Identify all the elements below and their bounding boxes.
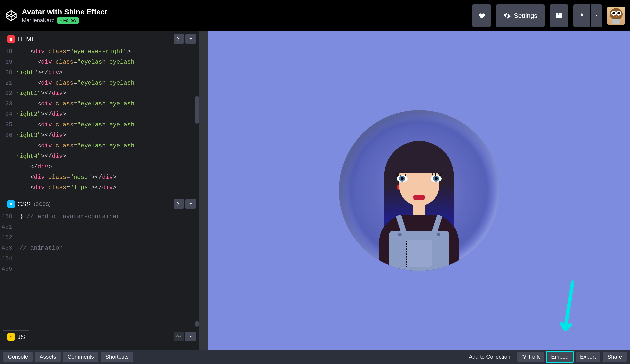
js-badge-icon: ( ) — [8, 333, 15, 340]
fork-icon — [522, 354, 527, 359]
pupil-left — [401, 177, 404, 180]
html-editor-pane: HTML 18 19 20 21 22 23 24 25 26 <div cla… — [0, 32, 200, 196]
follow-button[interactable]: + Follow — [57, 18, 79, 24]
pen-title[interactable]: Avatar with Shine Effect — [22, 8, 107, 16]
svg-rect-1 — [558, 13, 562, 15]
footer-fork-button[interactable]: Fork — [517, 352, 544, 362]
footer-console-button[interactable]: Console — [4, 352, 33, 362]
settings-button[interactable]: Settings — [496, 4, 545, 27]
css-code-content[interactable]: } // end of avatar-container // animatio… — [16, 212, 200, 329]
footer-assets-button[interactable]: Assets — [35, 352, 60, 362]
svg-point-9 — [178, 38, 180, 40]
earring-left — [397, 185, 399, 190]
css-code-area[interactable]: 450 451 452 453 454 455 } // end of avat… — [0, 212, 200, 329]
iris-left — [399, 176, 405, 182]
svg-point-7 — [617, 12, 620, 14]
footer-embed-button[interactable]: Embed — [547, 352, 573, 362]
header-left: Avatar with Shine Effect MarilenaKarp + … — [5, 8, 107, 24]
html-badge-icon — [8, 36, 15, 43]
editors-column: HTML 18 19 20 21 22 23 24 25 26 <div cla… — [0, 32, 200, 350]
footer-bar: ConsoleAssetsCommentsShortcuts Add to Co… — [0, 350, 630, 364]
chevron-down-icon — [594, 14, 599, 18]
html-pane-header: HTML — [0, 32, 200, 46]
eye-right — [430, 175, 442, 182]
chevron-down-icon — [188, 202, 193, 206]
html-gutter: 18 19 20 21 22 23 24 25 26 — [0, 46, 16, 196]
follow-label: Follow — [63, 18, 76, 23]
svg-rect-8 — [612, 19, 620, 24]
html-settings-button[interactable] — [174, 34, 184, 44]
js-settings-button[interactable] — [174, 332, 184, 341]
arrow-annotation-icon — [558, 280, 580, 340]
app-header: Avatar with Shine Effect MarilenaKarp + … — [0, 0, 630, 32]
settings-label: Settings — [514, 12, 537, 20]
footer-export-button[interactable]: Export — [576, 352, 600, 362]
lashes-right — [430, 173, 442, 176]
overall-button-left — [398, 233, 402, 236]
html-scrollbar[interactable] — [195, 96, 199, 124]
js-pane-controls — [174, 332, 196, 341]
js-pane-header: ( ) JS — [0, 329, 200, 344]
css-editor-pane: CSS (SCSS) 450 451 452 453 454 455 } // … — [0, 196, 200, 329]
html-collapse-button[interactable] — [186, 34, 196, 44]
svg-point-15 — [525, 355, 526, 356]
title-block: Avatar with Shine Effect MarilenaKarp + … — [22, 8, 107, 24]
footer-right: Add to CollectionForkEmbedExportShare — [464, 352, 626, 362]
plus-icon: + — [60, 18, 62, 23]
js-tab[interactable]: ( ) JS — [3, 330, 30, 343]
author-name[interactable]: MarilenaKarp — [22, 17, 54, 24]
layout-button[interactable] — [550, 4, 568, 27]
author-row: MarilenaKarp + Follow — [22, 17, 107, 24]
eye-left — [397, 175, 408, 182]
js-collapse-button[interactable] — [186, 332, 196, 341]
css-tab[interactable]: CSS (SCSS) — [3, 198, 55, 210]
vertical-divider[interactable] — [200, 32, 208, 350]
pocket — [406, 240, 432, 267]
css-settings-button[interactable] — [174, 199, 184, 209]
css-pane-controls — [174, 199, 196, 209]
svg-rect-0 — [556, 13, 558, 15]
footer-left: ConsoleAssetsCommentsShortcuts — [4, 352, 133, 362]
css-collapse-button[interactable] — [186, 199, 196, 209]
iris-right — [433, 176, 439, 182]
html-tab-label: HTML — [18, 36, 35, 43]
pin-dropdown-button[interactable] — [591, 4, 602, 27]
footer-add-to-collection-button[interactable]: Add to Collection — [464, 352, 515, 362]
svg-text:( ): ( ) — [10, 336, 12, 338]
love-button[interactable] — [472, 4, 491, 27]
footer-share-button[interactable]: Share — [603, 352, 626, 362]
css-tab-label: CSS — [18, 200, 31, 208]
owl-avatar-icon — [607, 7, 625, 25]
gear-icon — [503, 12, 511, 20]
pin-button-group — [574, 4, 602, 27]
html-tab[interactable]: HTML — [3, 33, 40, 45]
pin-button[interactable] — [574, 4, 590, 27]
svg-rect-2 — [556, 16, 562, 18]
html-code-content[interactable]: <div class="eye eye--right"> <div class=… — [16, 46, 200, 196]
main-area: HTML 18 19 20 21 22 23 24 25 26 <div cla… — [0, 32, 630, 350]
footer-shortcuts-button[interactable]: Shortcuts — [101, 352, 133, 362]
overall-button-right — [436, 233, 440, 236]
css-pane-header: CSS (SCSS) — [0, 196, 200, 212]
avatar-illustration — [339, 110, 499, 271]
pin-icon — [579, 12, 585, 19]
gear-icon — [176, 36, 181, 42]
header-right: Settings — [472, 4, 625, 27]
gear-icon — [176, 334, 181, 339]
js-editor-pane: ( ) JS — [0, 329, 200, 350]
html-code-area[interactable]: 18 19 20 21 22 23 24 25 26 <div class="e… — [0, 46, 200, 196]
css-scrollbar[interactable] — [195, 321, 199, 326]
css-badge-icon — [8, 200, 15, 208]
layout-icon — [556, 12, 563, 19]
css-sub-label: (SCSS) — [34, 202, 50, 207]
svg-point-6 — [612, 12, 615, 14]
nose — [419, 184, 419, 192]
svg-point-14 — [522, 355, 523, 356]
svg-point-13 — [178, 336, 180, 337]
lips — [413, 195, 425, 200]
footer-comments-button[interactable]: Comments — [63, 352, 98, 362]
css-gutter: 450 451 452 453 454 455 — [0, 212, 16, 329]
codepen-logo-icon[interactable] — [5, 10, 18, 22]
user-avatar[interactable] — [607, 7, 625, 25]
svg-point-10 — [178, 203, 180, 204]
